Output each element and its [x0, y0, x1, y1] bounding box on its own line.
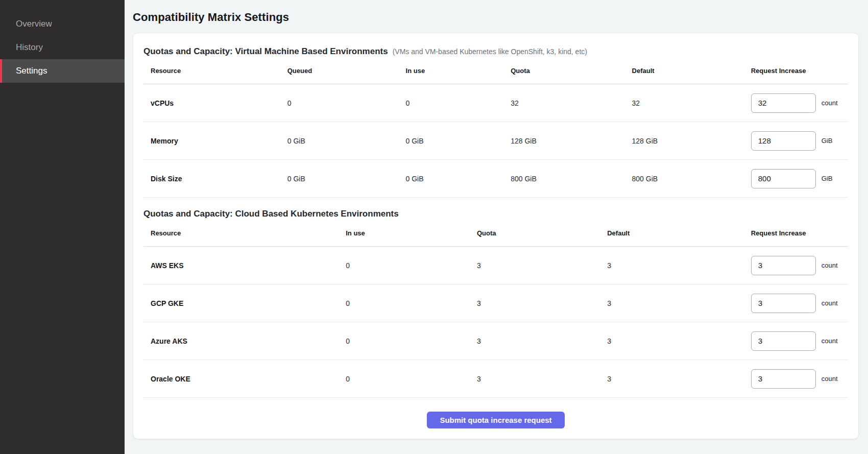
cloud-col-default: Default [600, 229, 744, 237]
in-use-value: 0 [339, 261, 470, 270]
default-value: 32 [625, 99, 744, 107]
vcpus-request-input[interactable] [751, 93, 816, 113]
table-row-azure-aks: Azure AKS 0 3 3 count [143, 322, 848, 360]
unit-label: GiB [822, 137, 833, 145]
memory-request-input[interactable] [751, 131, 816, 151]
unit-label: count [822, 337, 838, 345]
row-label: vCPUs [143, 99, 280, 107]
quota-value: 800 GiB [503, 175, 624, 183]
quota-value: 32 [503, 99, 624, 107]
gcp-gke-request-input[interactable] [751, 294, 816, 313]
disk-size-request-input[interactable] [751, 169, 816, 188]
vm-section-header: Quotas and Capacity: Virtual Machine Bas… [143, 46, 848, 57]
unit-label: count [822, 299, 838, 307]
settings-card: Quotas and Capacity: Virtual Machine Bas… [133, 33, 859, 439]
vm-section-title: Quotas and Capacity: Virtual Machine Bas… [143, 46, 388, 57]
row-label: Oracle OKE [143, 375, 339, 383]
aws-eks-request-input[interactable] [751, 256, 816, 275]
sidebar-item-label: Settings [16, 66, 47, 76]
sidebar-item-history[interactable]: History [0, 36, 125, 59]
default-value: 800 GiB [625, 175, 744, 183]
table-row-vcpus: vCPUs 0 0 32 32 count [143, 84, 848, 122]
vm-col-quota: Quota [503, 67, 624, 75]
vm-col-default: Default [625, 67, 744, 75]
queued-value: 0 GiB [280, 175, 399, 183]
queued-value: 0 [280, 99, 399, 107]
table-row-gcp-gke: GCP GKE 0 3 3 count [143, 284, 848, 322]
in-use-value: 0 [339, 299, 470, 307]
vm-col-request-increase: Request Increase [744, 67, 848, 75]
sidebar-item-overview[interactable]: Overview [0, 12, 125, 36]
quota-value: 3 [470, 337, 600, 345]
in-use-value: 0 [339, 375, 470, 383]
cloud-section-title: Quotas and Capacity: Cloud Based Kuberne… [143, 209, 399, 219]
cloud-section-header: Quotas and Capacity: Cloud Based Kuberne… [143, 209, 848, 219]
submit-quota-increase-button[interactable]: Submit quota increase request [427, 412, 564, 428]
unit-label: count [822, 375, 838, 383]
sidebar: Overview History Settings [0, 0, 125, 454]
vm-section-subtitle: (VMs and VM-based Kubernetes like OpenSh… [393, 47, 587, 56]
sidebar-item-label: History [16, 42, 43, 53]
unit-label: count [822, 261, 838, 269]
unit-label: count [822, 99, 838, 107]
cloud-col-quota: Quota [470, 229, 600, 237]
default-value: 128 GiB [625, 137, 744, 145]
default-value: 3 [600, 261, 744, 270]
default-value: 3 [600, 375, 744, 383]
table-row-disk-size: Disk Size 0 GiB 0 GiB 800 GiB 800 GiB Gi… [143, 160, 848, 198]
default-value: 3 [600, 299, 744, 307]
in-use-value: 0 [339, 337, 470, 345]
row-label: Disk Size [143, 175, 280, 183]
vm-col-queued: Queued [280, 67, 399, 75]
default-value: 3 [600, 337, 744, 345]
row-label: AWS EKS [143, 261, 339, 270]
quota-value: 3 [470, 375, 600, 383]
row-label: GCP GKE [143, 299, 339, 307]
cloud-col-resource: Resource [143, 229, 339, 237]
cloud-col-in-use: In use [339, 229, 470, 237]
quota-value: 3 [470, 299, 600, 307]
cloud-col-request-increase: Request Increase [744, 229, 848, 237]
vm-table-header: Resource Queued In use Quota Default Req… [143, 58, 848, 84]
row-label: Memory [143, 137, 280, 145]
table-row-oracle-oke: Oracle OKE 0 3 3 count [143, 360, 848, 398]
row-label: Azure AKS [143, 337, 339, 345]
vm-col-resource: Resource [143, 67, 280, 75]
queued-value: 0 GiB [280, 137, 399, 145]
sidebar-item-label: Overview [16, 19, 52, 29]
vm-col-in-use: In use [399, 67, 504, 75]
quota-value: 128 GiB [503, 137, 624, 145]
cloud-table-header: Resource In use Quota Default Request In… [143, 220, 848, 247]
in-use-value: 0 GiB [399, 137, 504, 145]
sidebar-item-settings[interactable]: Settings [0, 59, 125, 83]
main-content: Compatibility Matrix Settings Quotas and… [125, 0, 868, 454]
quota-value: 3 [470, 261, 600, 270]
in-use-value: 0 GiB [399, 175, 504, 183]
unit-label: GiB [822, 175, 833, 182]
in-use-value: 0 [399, 99, 504, 107]
button-bar: Submit quota increase request [143, 398, 848, 428]
azure-aks-request-input[interactable] [751, 331, 816, 351]
oracle-oke-request-input[interactable] [751, 369, 816, 389]
table-row-memory: Memory 0 GiB 0 GiB 128 GiB 128 GiB GiB [143, 122, 848, 160]
page-title: Compatibility Matrix Settings [133, 11, 859, 24]
table-row-aws-eks: AWS EKS 0 3 3 count [143, 247, 848, 284]
